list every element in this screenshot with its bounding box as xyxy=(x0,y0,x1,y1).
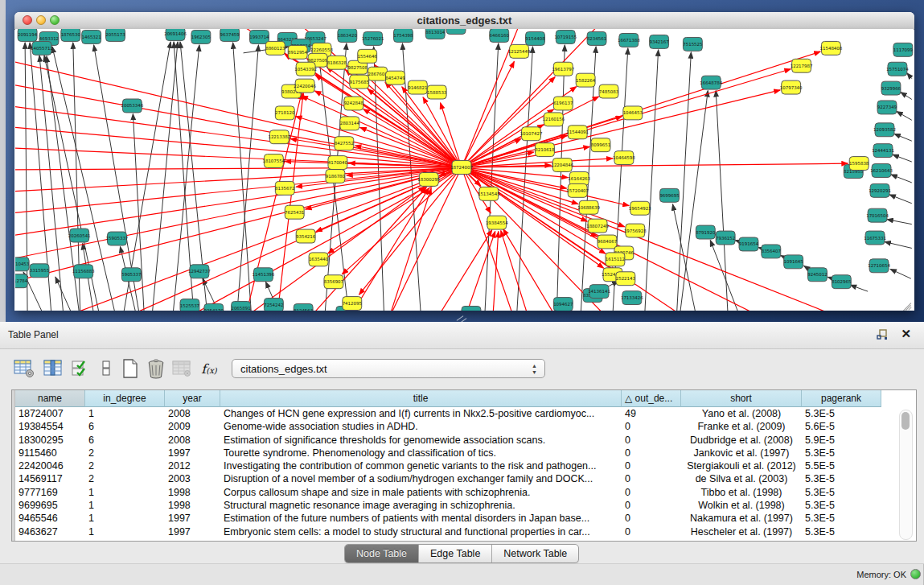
table-cell[interactable]: 18724007 xyxy=(15,407,85,420)
table-cell[interactable]: Tibbo et al. (1998) xyxy=(681,486,802,499)
table-cell[interactable]: 5.3E-5 xyxy=(802,499,881,512)
table-cell[interactable]: Wolkin et al. (1998) xyxy=(681,499,802,512)
table-cell[interactable]: 5.3E-5 xyxy=(802,512,881,525)
table-cell[interactable]: 2009 xyxy=(165,420,220,433)
table-cell[interactable]: 6 xyxy=(85,420,165,433)
table-cell[interactable]: 14569117 xyxy=(15,472,85,485)
tab-node-table[interactable]: Node Table xyxy=(345,545,419,562)
select-rows-icon[interactable] xyxy=(69,357,92,380)
table-row[interactable]: 1938455462009Genome-wide association stu… xyxy=(15,420,916,433)
close-panel-icon[interactable]: ✕ xyxy=(901,327,911,341)
table-cell[interactable]: 5.3E-5 xyxy=(802,447,881,459)
table-cell[interactable]: 0 xyxy=(622,447,681,459)
table-cell[interactable]: 1998 xyxy=(165,486,220,499)
table-cell[interactable]: 2012 xyxy=(165,459,220,472)
table-cell[interactable]: 9465546 xyxy=(15,512,85,525)
show-columns-icon[interactable] xyxy=(42,357,64,380)
table-cell[interactable]: Disruption of a novel member of a sodium… xyxy=(220,472,622,485)
table-cell[interactable]: 5.3E-5 xyxy=(802,407,881,420)
table-cell[interactable]: Nakamura et al. (1997) xyxy=(681,512,802,525)
network-canvas[interactable]: 2091194469331218765301405571214653212055… xyxy=(15,29,914,311)
table-cell[interactable]: Estimation of the future numbers of pati… xyxy=(220,512,622,525)
table-cell[interactable]: 1997 xyxy=(165,512,220,525)
table-row[interactable]: 2242004622012Investigating the contribut… xyxy=(15,459,916,472)
table-cell[interactable]: 0 xyxy=(622,472,681,485)
table-cell[interactable]: Yano et al. (2008) xyxy=(681,407,802,420)
table-cell[interactable]: 9699695 xyxy=(15,499,85,512)
tab-edge-table[interactable]: Edge Table xyxy=(419,545,492,562)
table-row[interactable]: 977716911998Corpus callosum shape and si… xyxy=(15,486,916,499)
table-cell[interactable]: Structural magnetic resonance image aver… xyxy=(220,499,622,512)
table-cell[interactable]: 1997 xyxy=(165,447,220,459)
table-cell[interactable]: Corpus callosum shape and size in male p… xyxy=(220,486,622,499)
table-cell[interactable]: Dudbridge et al. (2008) xyxy=(681,434,802,447)
column-header-6[interactable]: pagerank xyxy=(802,390,881,407)
table-cell[interactable]: 19384554 xyxy=(15,420,85,433)
table-cell[interactable]: 5.5E-5 xyxy=(802,459,881,472)
row-height-icon[interactable] xyxy=(95,357,117,380)
table-cell[interactable]: Investigating the contribution of common… xyxy=(220,459,622,472)
table-cell[interactable]: 6 xyxy=(85,434,165,447)
table-cell[interactable]: 5.3E-5 xyxy=(802,525,881,538)
resize-grip[interactable] xyxy=(901,299,912,309)
table-cell[interactable]: 49 xyxy=(622,407,681,420)
table-cell[interactable]: de Silva et al. (2003) xyxy=(681,472,802,485)
column-header-2[interactable]: year xyxy=(165,390,220,407)
table-row[interactable]: 911546021997Tourette syndrome. Phenomeno… xyxy=(15,447,916,459)
table-cell[interactable]: 9115460 xyxy=(15,447,85,459)
table-options-icon[interactable] xyxy=(13,357,35,380)
table-row[interactable]: 969969511998Structural magnetic resonanc… xyxy=(15,499,916,512)
table-cell[interactable]: 0 xyxy=(622,420,681,433)
table-select-dropdown[interactable]: citations_edges.txt ▲▼ xyxy=(232,359,545,378)
table-cell[interactable]: 0 xyxy=(622,525,681,538)
column-header-0[interactable]: name xyxy=(15,390,85,407)
table-cell[interactable]: 5.3E-5 xyxy=(802,486,881,499)
table-cell[interactable]: 22420046 xyxy=(15,459,85,472)
table-cell[interactable]: Hescheler et al. (1997) xyxy=(681,525,802,538)
table-cell[interactable]: 0 xyxy=(622,434,681,447)
table-cell[interactable]: 9777169 xyxy=(15,486,85,499)
table-cell[interactable]: Franke et al. (2009) xyxy=(681,420,802,433)
table-cell[interactable]: Stergiakouli et al. (2012) xyxy=(681,459,802,472)
table-cell[interactable]: 0 xyxy=(622,499,681,512)
table-cell[interactable]: 2 xyxy=(85,472,165,485)
table-cell[interactable]: Embryonic stem cells: a model to study s… xyxy=(220,525,622,538)
table-cell[interactable]: 1 xyxy=(85,486,165,499)
vertical-scrollbar[interactable] xyxy=(899,410,913,540)
column-header-1[interactable]: in_degree xyxy=(85,390,165,407)
table-cell[interactable]: Jankovic et al. (1997) xyxy=(681,447,802,459)
table-cell[interactable]: 1997 xyxy=(165,525,220,538)
float-panel-icon[interactable] xyxy=(876,328,889,341)
table-cell[interactable]: Changes of HCN gene expression and I(f) … xyxy=(220,407,622,420)
table-cell[interactable]: 1998 xyxy=(165,499,220,512)
table-cell[interactable]: 2003 xyxy=(165,472,220,485)
table-cell[interactable]: 2008 xyxy=(165,434,220,447)
table-cell[interactable]: 0 xyxy=(622,486,681,499)
table-row[interactable]: 1456911722003Disruption of a novel membe… xyxy=(15,472,916,485)
table-cell[interactable]: 5.9E-5 xyxy=(802,434,881,447)
scrollbar-thumb[interactable] xyxy=(901,412,910,430)
table-cell[interactable]: 1 xyxy=(85,407,165,420)
import-table-icon[interactable] xyxy=(170,357,193,380)
table-cell[interactable]: 9463627 xyxy=(15,525,85,538)
table-row[interactable]: 946554611997Estimation of the future num… xyxy=(15,512,916,525)
table-row[interactable]: 946362711997Embryonic stem cells: a mode… xyxy=(15,525,916,538)
table-cell[interactable]: 2008 xyxy=(165,407,220,420)
table-cell[interactable]: 0 xyxy=(622,512,681,525)
window-titlebar[interactable]: citations_edges.txt xyxy=(14,12,914,30)
new-file-icon[interactable] xyxy=(119,357,142,380)
column-header-3[interactable]: title xyxy=(220,390,622,407)
memory-status-indicator[interactable] xyxy=(910,569,921,579)
tab-network-table[interactable]: Network Table xyxy=(492,545,578,562)
table-cell[interactable]: 1 xyxy=(85,499,165,512)
table-cell[interactable]: Tourette syndrome. Phenomenology and cla… xyxy=(220,447,622,459)
column-header-4[interactable]: △ out_de... xyxy=(622,390,681,407)
table-cell[interactable]: 2 xyxy=(85,447,165,459)
table-cell[interactable]: 1 xyxy=(85,525,165,538)
table-cell[interactable]: 2 xyxy=(85,459,165,472)
table-row[interactable]: 1830029562008Estimation of significance … xyxy=(15,434,916,447)
table-cell[interactable]: 5.6E-5 xyxy=(802,420,881,433)
delete-icon[interactable] xyxy=(145,357,167,380)
column-header-5[interactable]: short xyxy=(681,390,802,407)
table-cell[interactable]: 0 xyxy=(622,459,681,472)
